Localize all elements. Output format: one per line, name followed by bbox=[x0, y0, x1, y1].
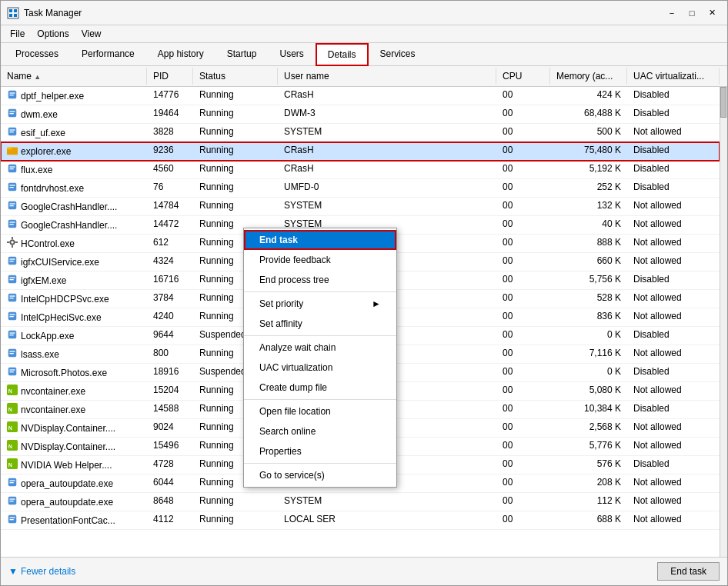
process-user: SYSTEM bbox=[278, 124, 496, 142]
table-row[interactable]: dptf_helper.exe 14776 Running CRasH 00 4… bbox=[1, 87, 720, 105]
process-icon bbox=[7, 126, 18, 139]
process-name: Microsoft.Photos.exe bbox=[1, 364, 147, 381]
col-uac[interactable]: UAC virtualizati... bbox=[627, 68, 720, 85]
minimize-button[interactable]: − bbox=[663, 5, 681, 21]
process-user: CRasH bbox=[278, 142, 496, 160]
col-status[interactable]: Status bbox=[193, 68, 278, 85]
process-icon bbox=[7, 163, 18, 176]
table-row[interactable]: PresentationFontCac... 4112 Running LOCA… bbox=[1, 511, 720, 530]
process-cpu: 00 bbox=[496, 419, 550, 437]
svg-text:N: N bbox=[8, 407, 12, 412]
process-memory: 5,192 K bbox=[550, 161, 627, 178]
process-uac: Disabled bbox=[627, 161, 720, 178]
process-uac: Disabled bbox=[627, 142, 720, 160]
svg-rect-37 bbox=[10, 277, 15, 278]
process-uac: Not allowed bbox=[627, 474, 720, 492]
svg-rect-52 bbox=[10, 369, 15, 370]
process-pid: 19464 bbox=[147, 105, 193, 123]
tab-processes[interactable]: Processes bbox=[4, 43, 70, 66]
process-pid: 9236 bbox=[147, 142, 193, 160]
process-memory: 252 K bbox=[550, 179, 627, 197]
process-memory: 5,080 K bbox=[550, 382, 627, 400]
col-pid[interactable]: PID bbox=[147, 68, 193, 85]
context-menu-item[interactable]: Go to service(s) bbox=[244, 465, 396, 485]
context-menu-item[interactable]: Search online bbox=[244, 421, 396, 441]
process-cpu: 00 bbox=[496, 179, 550, 197]
close-button[interactable]: ✕ bbox=[703, 5, 721, 21]
process-icon bbox=[7, 218, 18, 231]
context-menu-item[interactable]: Open file location bbox=[244, 401, 396, 421]
context-menu-item[interactable]: Set priority► bbox=[244, 294, 396, 314]
svg-rect-72 bbox=[10, 519, 14, 520]
table-row[interactable]: dwm.exe 19464 Running DWM-3 00 68,488 K … bbox=[1, 105, 720, 124]
col-user[interactable]: User name bbox=[278, 68, 496, 85]
process-user: UMFD-0 bbox=[278, 179, 496, 197]
process-name: N NVDisplay.Container.... bbox=[1, 438, 147, 455]
process-uac: Not allowed bbox=[627, 235, 720, 252]
table-row[interactable]: flux.exe 4560 Running CRasH 00 5,192 K D… bbox=[1, 161, 720, 179]
table-row[interactable]: fontdrvhost.exe 76 Running UMFD-0 00 252… bbox=[1, 179, 720, 198]
menu-file[interactable]: File bbox=[4, 27, 31, 41]
process-cpu: 00 bbox=[496, 142, 550, 160]
menu-options[interactable]: Options bbox=[31, 27, 75, 41]
svg-text:N: N bbox=[8, 388, 12, 394]
svg-rect-47 bbox=[10, 335, 14, 335]
table-row[interactable]: GoogleCrashHandler.... 14784 Running SYS… bbox=[1, 198, 720, 216]
svg-rect-10 bbox=[10, 113, 14, 114]
tab-performance[interactable]: Performance bbox=[70, 43, 146, 66]
process-cpu: 00 bbox=[496, 87, 550, 105]
process-name: N nvcontainer.exe bbox=[1, 401, 147, 418]
table-row[interactable]: explorer.exe 9236 Running CRasH 00 75,48… bbox=[1, 142, 720, 161]
process-uac: Disabled bbox=[627, 364, 720, 381]
svg-rect-26 bbox=[10, 221, 15, 222]
svg-rect-32 bbox=[15, 241, 18, 243]
svg-rect-31 bbox=[7, 241, 10, 243]
process-pid: 8648 bbox=[147, 493, 193, 511]
process-name: HControl.exe bbox=[1, 235, 147, 252]
process-name: dptf_helper.exe bbox=[1, 87, 147, 105]
fewer-details-button[interactable]: ▼ Fewer details bbox=[8, 566, 75, 577]
context-menu-item[interactable]: Properties bbox=[244, 441, 396, 461]
process-name: GoogleCrashHandler.... bbox=[1, 198, 147, 215]
maximize-button[interactable]: □ bbox=[683, 5, 701, 21]
process-icon bbox=[7, 311, 18, 324]
menu-view[interactable]: View bbox=[75, 27, 108, 41]
context-menu-item[interactable]: Set affinity bbox=[244, 314, 396, 334]
process-icon: N bbox=[7, 403, 18, 416]
process-pid: 16716 bbox=[147, 271, 193, 289]
context-menu-item[interactable]: End task bbox=[244, 230, 396, 250]
svg-rect-23 bbox=[10, 203, 15, 204]
svg-rect-43 bbox=[10, 314, 15, 315]
svg-rect-68 bbox=[10, 498, 15, 499]
tab-startup[interactable]: Startup bbox=[215, 43, 269, 66]
tab-app-history[interactable]: App history bbox=[146, 43, 215, 66]
context-menu-item[interactable]: End process tree bbox=[244, 270, 396, 290]
process-pid: 4240 bbox=[147, 308, 193, 326]
col-cpu[interactable]: CPU bbox=[496, 68, 550, 85]
tab-users[interactable]: Users bbox=[268, 43, 315, 66]
process-cpu: 00 bbox=[496, 198, 550, 215]
process-pid: 6044 bbox=[147, 474, 193, 492]
svg-rect-44 bbox=[10, 316, 14, 317]
table-row[interactable]: opera_autoupdate.exe 8648 Running SYSTEM… bbox=[1, 493, 720, 511]
col-memory[interactable]: Memory (ac... bbox=[550, 68, 627, 85]
scrollbar[interactable] bbox=[720, 87, 727, 557]
tab-details[interactable]: Details bbox=[316, 43, 369, 66]
context-menu-item[interactable]: Create dump file bbox=[244, 378, 396, 398]
process-memory: 660 K bbox=[550, 253, 627, 271]
svg-rect-6 bbox=[10, 92, 15, 93]
context-menu-item[interactable]: Provide feedback bbox=[244, 250, 396, 270]
process-status: Running bbox=[193, 198, 278, 215]
tab-services[interactable]: Services bbox=[369, 43, 427, 66]
table-row[interactable]: esif_uf.exe 3828 Running SYSTEM 00 500 K… bbox=[1, 124, 720, 142]
end-task-button[interactable]: End task bbox=[657, 562, 720, 581]
process-uac: Disabled bbox=[627, 327, 720, 345]
col-name[interactable]: Name ▲ bbox=[1, 68, 147, 85]
context-menu-separator bbox=[244, 463, 396, 464]
process-name: igfxCUIService.exe bbox=[1, 253, 147, 271]
content-area: Name ▲ PID Status User name CPU Memory (… bbox=[1, 66, 727, 557]
context-menu-item[interactable]: Analyze wait chain bbox=[244, 338, 396, 358]
context-menu-item[interactable]: UAC virtualization bbox=[244, 358, 396, 378]
scrollbar-thumb[interactable] bbox=[720, 87, 726, 118]
context-menu: End taskProvide feedbackEnd process tree… bbox=[243, 228, 397, 488]
